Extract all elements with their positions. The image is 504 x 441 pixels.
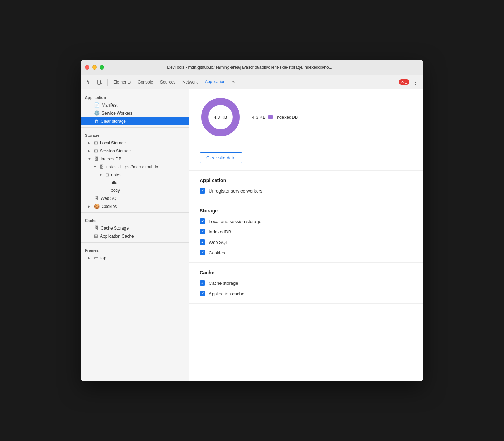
frames-section-label: Frames [81,245,189,254]
websql-check-label: Web SQL [209,240,228,245]
top-arrow[interactable] [88,256,92,260]
local-session-checkbox[interactable] [200,218,205,224]
sidebar-item-indexeddb-db[interactable]: 🗄 notes - https://mdn.github.io [81,163,189,171]
cookies-checkbox[interactable] [200,250,205,255]
cache-storage-check-row: Cache storage [200,280,413,286]
devtools-window: DevTools - mdn.github.io/learning-area/j… [81,60,423,381]
websql-label: Web SQL [101,196,119,201]
sidebar: Application 📄 Manifest ⚙️ Service Worker… [81,89,189,381]
indexeddb-check-label: IndexedDB [209,229,231,234]
body-field-label: body [111,188,120,193]
more-options-btn[interactable]: ⋮ [411,77,420,87]
network-tab[interactable]: Network [180,78,201,86]
titlebar: DevTools - mdn.github.io/learning-area/j… [81,60,423,75]
legend-size: 4.3 KB [252,115,266,120]
sidebar-item-notes-store[interactable]: ⊞ notes [81,171,189,179]
cache-section-title: Cache [200,270,413,275]
cookies-icon: 🍪 [94,204,100,209]
db-label: notes - https://mdn.github.io [106,165,158,169]
indexeddb-label: IndexedDB [101,157,121,161]
db-arrow[interactable] [93,165,98,169]
websql-icon: 🗄 [94,196,99,201]
app-section-title: Application [200,178,413,183]
sidebar-item-cache-storage[interactable]: 🗄 Cache Storage [81,224,189,232]
sidebar-item-top-frame[interactable]: ▭ top [81,254,189,262]
app-cache-check-row: Application cache [200,291,413,296]
storage-section-label: Storage [81,130,189,139]
cache-section-content: Cache Cache storage Application cache [189,263,423,304]
clear-area: Clear site data [189,145,423,171]
cache-section-label: Cache [81,215,189,224]
application-tab[interactable]: Application [202,78,228,86]
sidebar-item-manifest[interactable]: 📄 Manifest [81,101,189,109]
cookies-arrow[interactable] [88,204,92,208]
cache-storage-check-label: Cache storage [209,281,238,286]
device-icon[interactable] [95,77,105,87]
session-storage-icon: ⊞ [94,148,98,153]
app-cache-check-label: Application cache [209,291,244,296]
chart-legend: 4.3 KB IndexedDB [252,115,298,120]
cache-storage-checkbox[interactable] [200,280,205,286]
legend-color-box [268,115,273,119]
indexeddb-icon: 🗄 [94,156,99,161]
sidebar-item-cookies[interactable]: 🍪 Cookies [81,202,189,210]
sidebar-item-title-field[interactable]: title [81,179,189,187]
clear-site-data-button[interactable]: Clear site data [200,152,242,163]
indexeddb-arrow[interactable] [88,157,92,161]
error-count: 1 [405,80,407,84]
local-storage-arrow[interactable] [88,141,92,145]
sidebar-item-websql[interactable]: 🗄 Web SQL [81,194,189,202]
sidebar-item-local-storage[interactable]: ⊞ Local Storage [81,139,189,147]
session-storage-arrow[interactable] [88,149,92,153]
storage-section-title: Storage [200,208,413,214]
sources-tab[interactable]: Sources [157,78,178,86]
unregister-sw-row: Unregister service workers [200,188,413,194]
title-field-label: title [111,180,117,185]
donut-chart: 4.3 KB [200,96,242,138]
console-tab[interactable]: Console [135,78,156,86]
local-session-row: Local and session storage [200,218,413,224]
more-tabs-btn[interactable]: » [230,78,238,86]
sidebar-item-app-cache[interactable]: ⊞ Application Cache [81,232,189,240]
sidebar-item-clear-storage[interactable]: 🗑 Clear storage [81,117,189,125]
elements-tab[interactable]: Elements [110,78,134,86]
inspect-icon[interactable] [84,77,93,87]
chart-area: 4.3 KB 4.3 KB IndexedDB [189,89,423,145]
manifest-label: Manifest [102,103,117,108]
application-section-label: Application [81,92,189,101]
error-icon: ✕ [401,80,404,84]
indexeddb-checkbox[interactable] [200,229,205,234]
divider-3 [81,242,189,243]
cookies-label: Cookies [102,204,117,209]
sw-label: Service Workers [102,111,132,116]
sw-icon: ⚙️ [94,110,100,116]
application-section: Application Unregister service workers [189,171,423,201]
session-storage-label: Session Storage [100,149,131,153]
sidebar-item-service-workers[interactable]: ⚙️ Service Workers [81,109,189,117]
store-label: notes [111,173,121,178]
store-arrow[interactable] [99,173,103,177]
manifest-icon: 📄 [94,102,100,108]
unregister-sw-checkbox[interactable] [200,188,205,194]
app-cache-checkbox[interactable] [200,291,205,296]
indexeddb-check-row: IndexedDB [200,229,413,234]
cache-storage-icon: 🗄 [94,225,99,231]
sidebar-item-indexeddb[interactable]: 🗄 IndexedDB [81,155,189,163]
donut-center-label: 4.3 KB [214,115,227,120]
clear-storage-label: Clear storage [101,119,126,124]
store-icon: ⊞ [105,172,109,178]
frame-icon: ▭ [94,255,98,260]
db-icon: 🗄 [100,164,104,169]
app-cache-icon: ⊞ [94,233,98,239]
websql-checkbox[interactable] [200,239,205,245]
error-badge[interactable]: ✕ 1 [399,79,409,85]
sidebar-item-session-storage[interactable]: ⊞ Session Storage [81,147,189,155]
local-session-label: Local and session storage [209,219,261,224]
legend-label: IndexedDB [275,115,298,120]
svg-rect-1 [101,81,102,84]
websql-check-row: Web SQL [200,239,413,245]
top-label: top [100,255,106,260]
devtools-toolbar: Elements Console Sources Network Applica… [81,75,423,89]
local-storage-label: Local Storage [100,140,126,145]
sidebar-item-body-field[interactable]: body [81,187,189,194]
